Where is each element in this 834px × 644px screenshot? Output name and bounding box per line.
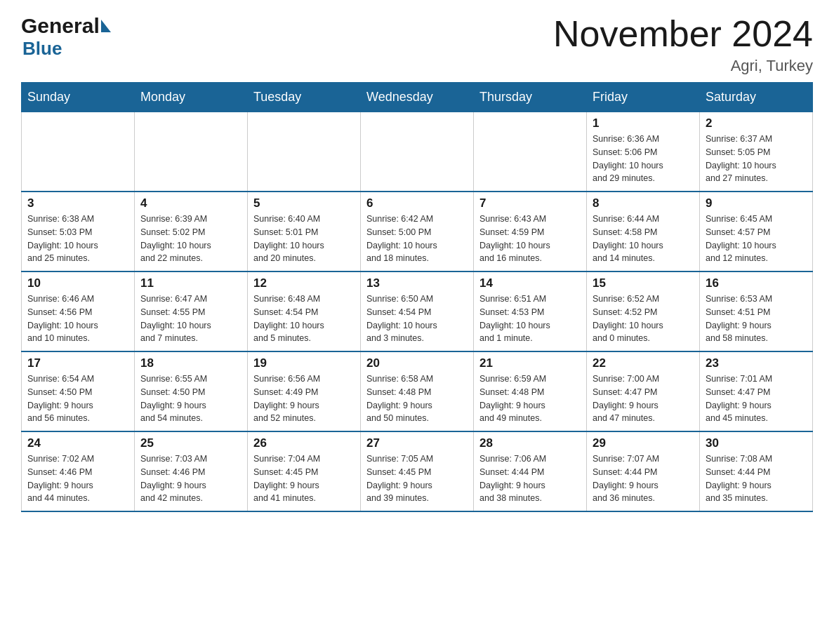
day-number: 23 <box>706 356 807 370</box>
day-info: Sunrise: 6:37 AMSunset: 5:05 PMDaylight:… <box>706 133 807 185</box>
table-row <box>22 112 135 192</box>
day-number: 12 <box>253 276 355 290</box>
day-info: Sunrise: 7:02 AMSunset: 4:46 PMDaylight:… <box>27 452 128 505</box>
table-row: 25Sunrise: 7:03 AMSunset: 4:46 PMDayligh… <box>135 431 248 511</box>
table-row: 22Sunrise: 7:00 AMSunset: 4:47 PMDayligh… <box>587 351 700 431</box>
logo-general: General <box>21 14 100 38</box>
day-info: Sunrise: 6:55 AMSunset: 4:50 PMDaylight:… <box>140 373 241 425</box>
day-info: Sunrise: 7:03 AMSunset: 4:46 PMDaylight:… <box>140 452 241 505</box>
day-number: 9 <box>706 196 807 210</box>
table-row: 27Sunrise: 7:05 AMSunset: 4:45 PMDayligh… <box>361 431 474 511</box>
day-number: 18 <box>140 356 241 370</box>
table-row: 24Sunrise: 7:02 AMSunset: 4:46 PMDayligh… <box>22 431 135 511</box>
day-info: Sunrise: 6:56 AMSunset: 4:49 PMDaylight:… <box>253 373 355 425</box>
day-info: Sunrise: 7:01 AMSunset: 4:47 PMDaylight:… <box>706 373 807 425</box>
day-info: Sunrise: 6:50 AMSunset: 4:54 PMDaylight:… <box>366 293 468 345</box>
table-row: 3Sunrise: 6:38 AMSunset: 5:03 PMDaylight… <box>22 192 135 271</box>
logo-arrow-icon <box>101 20 111 32</box>
day-info: Sunrise: 7:08 AMSunset: 4:44 PMDaylight:… <box>706 452 807 505</box>
day-number: 17 <box>27 356 128 370</box>
table-row: 1Sunrise: 6:36 AMSunset: 5:06 PMDaylight… <box>587 112 700 192</box>
table-row <box>135 112 248 192</box>
table-row: 15Sunrise: 6:52 AMSunset: 4:52 PMDayligh… <box>587 271 700 351</box>
day-number: 22 <box>593 356 694 370</box>
table-row: 14Sunrise: 6:51 AMSunset: 4:53 PMDayligh… <box>474 271 587 351</box>
table-row: 7Sunrise: 6:43 AMSunset: 4:59 PMDaylight… <box>474 192 587 271</box>
day-info: Sunrise: 6:54 AMSunset: 4:50 PMDaylight:… <box>27 373 128 425</box>
calendar-week-row: 10Sunrise: 6:46 AMSunset: 4:56 PMDayligh… <box>22 271 813 351</box>
calendar-week-row: 17Sunrise: 6:54 AMSunset: 4:50 PMDayligh… <box>22 351 813 431</box>
table-row: 11Sunrise: 6:47 AMSunset: 4:55 PMDayligh… <box>135 271 248 351</box>
month-title: November 2024 <box>553 14 813 54</box>
col-saturday: Saturday <box>700 83 813 112</box>
day-number: 2 <box>706 116 807 130</box>
day-info: Sunrise: 7:00 AMSunset: 4:47 PMDaylight:… <box>593 373 694 425</box>
day-number: 11 <box>140 276 241 290</box>
day-info: Sunrise: 7:04 AMSunset: 4:45 PMDaylight:… <box>253 452 355 505</box>
table-row: 13Sunrise: 6:50 AMSunset: 4:54 PMDayligh… <box>361 271 474 351</box>
col-sunday: Sunday <box>22 83 135 112</box>
table-row: 18Sunrise: 6:55 AMSunset: 4:50 PMDayligh… <box>135 351 248 431</box>
day-number: 25 <box>140 436 241 450</box>
table-row: 30Sunrise: 7:08 AMSunset: 4:44 PMDayligh… <box>700 431 813 511</box>
table-row: 2Sunrise: 6:37 AMSunset: 5:05 PMDaylight… <box>700 112 813 192</box>
col-friday: Friday <box>587 83 700 112</box>
day-info: Sunrise: 7:07 AMSunset: 4:44 PMDaylight:… <box>593 452 694 505</box>
day-info: Sunrise: 6:51 AMSunset: 4:53 PMDaylight:… <box>479 293 581 345</box>
table-row: 17Sunrise: 6:54 AMSunset: 4:50 PMDayligh… <box>22 351 135 431</box>
table-row: 5Sunrise: 6:40 AMSunset: 5:01 PMDaylight… <box>248 192 361 271</box>
day-info: Sunrise: 6:36 AMSunset: 5:06 PMDaylight:… <box>593 133 694 185</box>
table-row: 8Sunrise: 6:44 AMSunset: 4:58 PMDaylight… <box>587 192 700 271</box>
day-number: 7 <box>479 196 581 210</box>
table-row: 26Sunrise: 7:04 AMSunset: 4:45 PMDayligh… <box>248 431 361 511</box>
day-number: 4 <box>140 196 241 210</box>
day-info: Sunrise: 6:38 AMSunset: 5:03 PMDaylight:… <box>27 213 128 265</box>
day-info: Sunrise: 6:42 AMSunset: 5:00 PMDaylight:… <box>366 213 468 265</box>
col-monday: Monday <box>135 83 248 112</box>
day-number: 26 <box>253 436 355 450</box>
table-row: 20Sunrise: 6:58 AMSunset: 4:48 PMDayligh… <box>361 351 474 431</box>
day-number: 5 <box>253 196 355 210</box>
table-row <box>248 112 361 192</box>
calendar-header-row: Sunday Monday Tuesday Wednesday Thursday… <box>22 83 813 112</box>
logo-blue: Blue <box>22 38 62 59</box>
table-row: 6Sunrise: 6:42 AMSunset: 5:00 PMDaylight… <box>361 192 474 271</box>
calendar-week-row: 24Sunrise: 7:02 AMSunset: 4:46 PMDayligh… <box>22 431 813 511</box>
table-row: 9Sunrise: 6:45 AMSunset: 4:57 PMDaylight… <box>700 192 813 271</box>
table-row: 21Sunrise: 6:59 AMSunset: 4:48 PMDayligh… <box>474 351 587 431</box>
day-number: 15 <box>593 276 694 290</box>
day-number: 24 <box>27 436 128 450</box>
location: Agri, Turkey <box>553 57 813 75</box>
table-row <box>361 112 474 192</box>
day-info: Sunrise: 6:43 AMSunset: 4:59 PMDaylight:… <box>479 213 581 265</box>
table-row: 28Sunrise: 7:06 AMSunset: 4:44 PMDayligh… <box>474 431 587 511</box>
day-info: Sunrise: 6:58 AMSunset: 4:48 PMDaylight:… <box>366 373 468 425</box>
day-info: Sunrise: 6:59 AMSunset: 4:48 PMDaylight:… <box>479 373 581 425</box>
day-number: 1 <box>593 116 694 130</box>
day-number: 29 <box>593 436 694 450</box>
table-row: 23Sunrise: 7:01 AMSunset: 4:47 PMDayligh… <box>700 351 813 431</box>
day-info: Sunrise: 7:05 AMSunset: 4:45 PMDaylight:… <box>366 452 468 505</box>
table-row: 4Sunrise: 6:39 AMSunset: 5:02 PMDaylight… <box>135 192 248 271</box>
calendar-week-row: 1Sunrise: 6:36 AMSunset: 5:06 PMDaylight… <box>22 112 813 192</box>
col-thursday: Thursday <box>474 83 587 112</box>
title-section: November 2024 Agri, Turkey <box>553 14 813 75</box>
day-number: 3 <box>27 196 128 210</box>
page-header: General Blue November 2024 Agri, Turkey <box>21 14 813 75</box>
day-info: Sunrise: 6:47 AMSunset: 4:55 PMDaylight:… <box>140 293 241 345</box>
day-info: Sunrise: 6:46 AMSunset: 4:56 PMDaylight:… <box>27 293 128 345</box>
day-number: 13 <box>366 276 468 290</box>
day-number: 28 <box>479 436 581 450</box>
day-number: 20 <box>366 356 468 370</box>
day-number: 27 <box>366 436 468 450</box>
table-row <box>474 112 587 192</box>
day-info: Sunrise: 7:06 AMSunset: 4:44 PMDaylight:… <box>479 452 581 505</box>
day-info: Sunrise: 6:52 AMSunset: 4:52 PMDaylight:… <box>593 293 694 345</box>
day-info: Sunrise: 6:45 AMSunset: 4:57 PMDaylight:… <box>706 213 807 265</box>
day-info: Sunrise: 6:48 AMSunset: 4:54 PMDaylight:… <box>253 293 355 345</box>
logo: General Blue <box>21 14 111 60</box>
col-tuesday: Tuesday <box>248 83 361 112</box>
day-number: 16 <box>706 276 807 290</box>
table-row: 12Sunrise: 6:48 AMSunset: 4:54 PMDayligh… <box>248 271 361 351</box>
day-number: 8 <box>593 196 694 210</box>
